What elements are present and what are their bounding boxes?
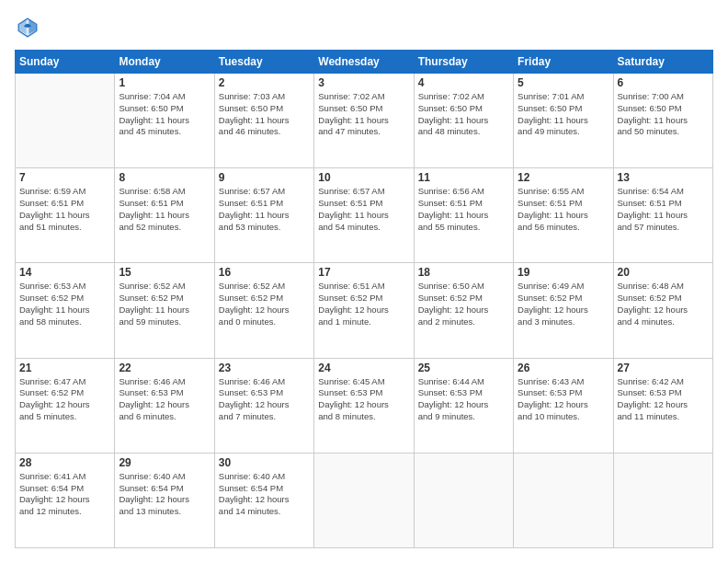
calendar-cell: 22Sunrise: 6:46 AMSunset: 6:53 PMDayligh… bbox=[115, 358, 214, 453]
day-number: 4 bbox=[418, 76, 509, 89]
day-number: 3 bbox=[318, 76, 409, 89]
calendar-cell: 11Sunrise: 6:56 AMSunset: 6:51 PMDayligh… bbox=[414, 168, 513, 263]
calendar-day-header: Saturday bbox=[613, 51, 712, 74]
day-number: 8 bbox=[119, 171, 210, 184]
day-number: 29 bbox=[119, 456, 210, 469]
day-number: 14 bbox=[19, 266, 110, 279]
day-number: 19 bbox=[518, 266, 609, 279]
day-info: Sunrise: 6:57 AMSunset: 6:51 PMDaylight:… bbox=[318, 186, 409, 233]
header bbox=[15, 15, 713, 40]
day-info: Sunrise: 6:50 AMSunset: 6:52 PMDaylight:… bbox=[418, 281, 509, 327]
calendar-week-row: 28Sunrise: 6:41 AMSunset: 6:54 PMDayligh… bbox=[16, 453, 713, 547]
calendar-cell: 29Sunrise: 6:40 AMSunset: 6:54 PMDayligh… bbox=[115, 453, 214, 547]
page: SundayMondayTuesdayWednesdayThursdayFrid… bbox=[0, 0, 728, 563]
day-number: 25 bbox=[418, 362, 509, 374]
calendar-cell: 1Sunrise: 7:04 AMSunset: 6:50 PMDaylight… bbox=[115, 74, 214, 168]
calendar-table: SundayMondayTuesdayWednesdayThursdayFrid… bbox=[15, 50, 713, 548]
calendar-cell: 5Sunrise: 7:01 AMSunset: 6:50 PMDaylight… bbox=[514, 74, 613, 168]
day-number: 9 bbox=[219, 171, 310, 184]
calendar-cell: 8Sunrise: 6:58 AMSunset: 6:51 PMDaylight… bbox=[115, 168, 214, 263]
calendar-cell: 30Sunrise: 6:40 AMSunset: 6:54 PMDayligh… bbox=[214, 453, 313, 547]
day-info: Sunrise: 6:52 AMSunset: 6:52 PMDaylight:… bbox=[219, 281, 310, 327]
day-info: Sunrise: 7:02 AMSunset: 6:50 PMDaylight:… bbox=[318, 91, 409, 138]
day-number: 6 bbox=[618, 76, 709, 89]
calendar-header-row: SundayMondayTuesdayWednesdayThursdayFrid… bbox=[16, 51, 713, 74]
day-info: Sunrise: 6:51 AMSunset: 6:52 PMDaylight:… bbox=[318, 281, 409, 327]
calendar-cell bbox=[314, 453, 414, 547]
calendar-cell bbox=[16, 74, 115, 168]
day-info: Sunrise: 6:53 AMSunset: 6:52 PMDaylight:… bbox=[19, 281, 110, 327]
day-info: Sunrise: 6:43 AMSunset: 6:53 PMDaylight:… bbox=[518, 376, 609, 423]
calendar-day-header: Wednesday bbox=[314, 51, 414, 74]
day-number: 2 bbox=[219, 76, 310, 89]
day-info: Sunrise: 7:03 AMSunset: 6:50 PMDaylight:… bbox=[219, 91, 310, 138]
calendar-cell: 12Sunrise: 6:55 AMSunset: 6:51 PMDayligh… bbox=[514, 168, 613, 263]
day-info: Sunrise: 6:40 AMSunset: 6:54 PMDaylight:… bbox=[119, 471, 210, 518]
calendar-cell: 21Sunrise: 6:47 AMSunset: 6:52 PMDayligh… bbox=[16, 358, 115, 453]
day-info: Sunrise: 7:00 AMSunset: 6:50 PMDaylight:… bbox=[618, 91, 709, 138]
day-number: 15 bbox=[119, 266, 210, 279]
calendar-cell bbox=[414, 453, 513, 547]
calendar-cell: 17Sunrise: 6:51 AMSunset: 6:52 PMDayligh… bbox=[314, 263, 414, 358]
day-number: 17 bbox=[318, 266, 409, 279]
day-number: 1 bbox=[119, 76, 210, 89]
day-number: 13 bbox=[618, 171, 709, 184]
calendar-cell: 9Sunrise: 6:57 AMSunset: 6:51 PMDaylight… bbox=[214, 168, 313, 263]
day-info: Sunrise: 7:04 AMSunset: 6:50 PMDaylight:… bbox=[119, 91, 210, 138]
day-number: 11 bbox=[418, 171, 509, 184]
calendar-week-row: 21Sunrise: 6:47 AMSunset: 6:52 PMDayligh… bbox=[16, 358, 713, 453]
calendar-cell: 7Sunrise: 6:59 AMSunset: 6:51 PMDaylight… bbox=[16, 168, 115, 263]
calendar-cell: 28Sunrise: 6:41 AMSunset: 6:54 PMDayligh… bbox=[16, 453, 115, 547]
day-info: Sunrise: 7:01 AMSunset: 6:50 PMDaylight:… bbox=[518, 91, 609, 138]
day-info: Sunrise: 6:47 AMSunset: 6:52 PMDaylight:… bbox=[19, 376, 110, 423]
day-number: 20 bbox=[618, 266, 709, 279]
calendar-cell: 14Sunrise: 6:53 AMSunset: 6:52 PMDayligh… bbox=[16, 263, 115, 358]
day-info: Sunrise: 6:57 AMSunset: 6:51 PMDaylight:… bbox=[219, 186, 310, 233]
calendar-week-row: 7Sunrise: 6:59 AMSunset: 6:51 PMDaylight… bbox=[16, 168, 713, 263]
calendar-cell: 10Sunrise: 6:57 AMSunset: 6:51 PMDayligh… bbox=[314, 168, 414, 263]
day-number: 10 bbox=[318, 171, 409, 184]
calendar-cell: 15Sunrise: 6:52 AMSunset: 6:52 PMDayligh… bbox=[115, 263, 214, 358]
calendar-day-header: Sunday bbox=[16, 51, 115, 74]
day-info: Sunrise: 6:49 AMSunset: 6:52 PMDaylight:… bbox=[518, 281, 609, 327]
day-number: 26 bbox=[518, 362, 609, 374]
day-number: 5 bbox=[518, 76, 609, 89]
calendar-day-header: Friday bbox=[514, 51, 613, 74]
day-number: 16 bbox=[219, 266, 310, 279]
calendar-day-header: Tuesday bbox=[214, 51, 313, 74]
calendar-week-row: 14Sunrise: 6:53 AMSunset: 6:52 PMDayligh… bbox=[16, 263, 713, 358]
calendar-cell: 26Sunrise: 6:43 AMSunset: 6:53 PMDayligh… bbox=[514, 358, 613, 453]
day-info: Sunrise: 6:59 AMSunset: 6:51 PMDaylight:… bbox=[19, 186, 110, 233]
day-number: 23 bbox=[219, 362, 310, 374]
day-number: 18 bbox=[418, 266, 509, 279]
day-number: 28 bbox=[19, 456, 110, 469]
day-info: Sunrise: 6:46 AMSunset: 6:53 PMDaylight:… bbox=[219, 376, 310, 423]
day-number: 30 bbox=[219, 456, 310, 469]
calendar-cell bbox=[514, 453, 613, 547]
day-number: 22 bbox=[119, 362, 210, 374]
day-info: Sunrise: 6:58 AMSunset: 6:51 PMDaylight:… bbox=[119, 186, 210, 233]
logo bbox=[15, 15, 44, 40]
day-info: Sunrise: 6:55 AMSunset: 6:51 PMDaylight:… bbox=[518, 186, 609, 233]
day-info: Sunrise: 6:42 AMSunset: 6:53 PMDaylight:… bbox=[618, 376, 709, 423]
logo-icon bbox=[15, 15, 40, 40]
calendar-cell: 3Sunrise: 7:02 AMSunset: 6:50 PMDaylight… bbox=[314, 74, 414, 168]
day-number: 12 bbox=[518, 171, 609, 184]
day-info: Sunrise: 6:54 AMSunset: 6:51 PMDaylight:… bbox=[618, 186, 709, 233]
day-info: Sunrise: 6:48 AMSunset: 6:52 PMDaylight:… bbox=[618, 281, 709, 327]
day-info: Sunrise: 6:46 AMSunset: 6:53 PMDaylight:… bbox=[119, 376, 210, 423]
day-info: Sunrise: 6:40 AMSunset: 6:54 PMDaylight:… bbox=[219, 471, 310, 518]
calendar-cell: 18Sunrise: 6:50 AMSunset: 6:52 PMDayligh… bbox=[414, 263, 513, 358]
day-number: 7 bbox=[19, 171, 110, 184]
calendar-cell: 16Sunrise: 6:52 AMSunset: 6:52 PMDayligh… bbox=[214, 263, 313, 358]
calendar-cell: 4Sunrise: 7:02 AMSunset: 6:50 PMDaylight… bbox=[414, 74, 513, 168]
day-info: Sunrise: 6:52 AMSunset: 6:52 PMDaylight:… bbox=[119, 281, 210, 327]
day-number: 24 bbox=[318, 362, 409, 374]
calendar-cell: 13Sunrise: 6:54 AMSunset: 6:51 PMDayligh… bbox=[613, 168, 712, 263]
calendar-cell: 23Sunrise: 6:46 AMSunset: 6:53 PMDayligh… bbox=[214, 358, 313, 453]
day-info: Sunrise: 7:02 AMSunset: 6:50 PMDaylight:… bbox=[418, 91, 509, 138]
calendar-day-header: Monday bbox=[115, 51, 214, 74]
day-number: 21 bbox=[19, 362, 110, 374]
day-info: Sunrise: 6:41 AMSunset: 6:54 PMDaylight:… bbox=[19, 471, 110, 518]
calendar-week-row: 1Sunrise: 7:04 AMSunset: 6:50 PMDaylight… bbox=[16, 74, 713, 168]
